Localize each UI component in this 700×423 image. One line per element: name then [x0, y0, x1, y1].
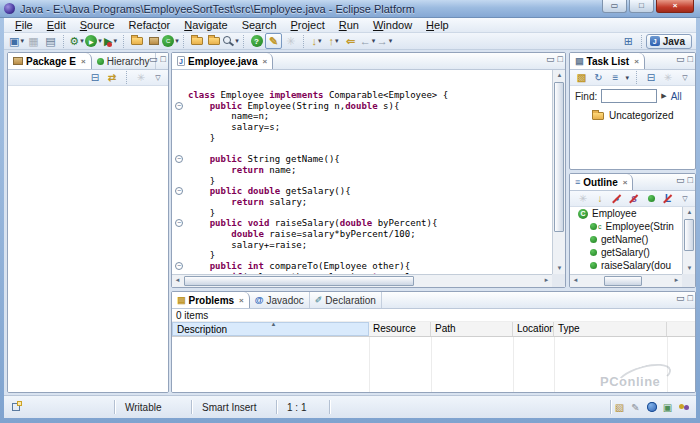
- minimize-button[interactable]: ▭: [602, 0, 627, 13]
- java-perspective-button[interactable]: J Java: [646, 34, 692, 49]
- scroll-right-icon[interactable]: ►: [541, 275, 552, 286]
- tray-box-icon[interactable]: ▧: [613, 401, 626, 414]
- focus-icon[interactable]: ✳: [576, 192, 590, 206]
- minimize-view-icon[interactable]: ▭: [676, 175, 685, 185]
- minimize-view-icon[interactable]: ▭: [676, 54, 685, 64]
- maximize-view-icon[interactable]: □: [688, 293, 693, 303]
- tab-javadoc[interactable]: @ Javadoc: [250, 292, 310, 308]
- close-icon[interactable]: ×: [634, 57, 639, 66]
- synchronize-icon[interactable]: ↻: [591, 71, 605, 85]
- menu-refactor[interactable]: Refactor: [122, 18, 178, 33]
- sort-icon[interactable]: ↓: [593, 192, 607, 206]
- view-menu-icon[interactable]: ▽: [151, 71, 165, 85]
- expander-icon[interactable]: ▶: [661, 92, 666, 100]
- menu-navigate[interactable]: Navigate: [177, 18, 234, 33]
- hide-static-icon[interactable]: s: [627, 192, 641, 206]
- column-header-location[interactable]: Location: [513, 322, 554, 336]
- column-header-description[interactable]: Description▲: [172, 322, 369, 336]
- all-filter-link[interactable]: All: [671, 91, 682, 102]
- link-with-editor-icon[interactable]: ⇄: [105, 71, 119, 85]
- tab-outline[interactable]: ≡ Outline ×: [570, 174, 633, 190]
- fold-marker[interactable]: −: [175, 102, 183, 110]
- scroll-up-icon[interactable]: ▲: [683, 207, 696, 218]
- scroll-down-icon[interactable]: ▼: [683, 263, 696, 274]
- save-button[interactable]: ▦: [25, 33, 42, 49]
- column-header-type[interactable]: Type: [554, 322, 667, 336]
- fast-view-icon[interactable]: [12, 403, 20, 411]
- find-input[interactable]: [601, 89, 657, 103]
- package-explorer-tree[interactable]: [8, 86, 168, 392]
- code-area[interactable]: class Employee implements Comparable<Emp…: [188, 90, 551, 274]
- close-icon[interactable]: ×: [239, 296, 244, 305]
- hide-non-public-icon[interactable]: [644, 192, 658, 206]
- outline-member-row[interactable]: raiseSalary(dou: [570, 259, 682, 272]
- tab-employee-java[interactable]: J Employee.java ×: [172, 53, 273, 69]
- filters-icon[interactable]: ✳: [661, 71, 675, 85]
- external-tools-button[interactable]: ▶▾: [102, 33, 119, 49]
- back-button[interactable]: ←▾: [359, 33, 376, 49]
- new-wizard-button[interactable]: ▣▾: [8, 33, 25, 49]
- menu-window[interactable]: Window: [366, 18, 419, 33]
- outline-member-row[interactable]: getName(): [570, 233, 682, 246]
- maximize-view-icon[interactable]: □: [688, 175, 693, 185]
- outline-member-row[interactable]: c Employee(Strin: [570, 220, 682, 233]
- column-header-path[interactable]: Path: [431, 322, 513, 336]
- view-menu-icon[interactable]: ▽: [678, 192, 692, 206]
- tab-declaration[interactable]: ✐ Declaration: [310, 292, 382, 308]
- scrollbar-thumb[interactable]: [684, 219, 694, 251]
- tab-problems[interactable]: ▤ Problems ×: [172, 292, 250, 308]
- outline-vertical-scrollbar[interactable]: ▲ ▼: [682, 207, 695, 274]
- menu-run[interactable]: Run: [332, 18, 366, 33]
- outline-class-row[interactable]: C Employee: [570, 207, 682, 220]
- scroll-left-icon[interactable]: ◄: [172, 275, 183, 286]
- last-edit-location-button[interactable]: ⇐: [342, 33, 359, 49]
- menu-project[interactable]: Project: [284, 18, 332, 33]
- task-category-row[interactable]: Uncategorized: [570, 106, 695, 121]
- minimize-view-icon[interactable]: ▭: [676, 293, 685, 303]
- next-annotation-button[interactable]: ↓▾: [308, 33, 325, 49]
- maximize-view-icon[interactable]: □: [161, 54, 166, 64]
- minimize-view-icon[interactable]: ▭: [546, 54, 555, 64]
- open-type-button[interactable]: [188, 33, 205, 49]
- close-icon[interactable]: ×: [623, 178, 628, 187]
- menu-file[interactable]: File: [8, 18, 40, 33]
- scrollbar-thumb[interactable]: [604, 276, 642, 286]
- menu-search[interactable]: Search: [235, 18, 284, 33]
- fold-marker[interactable]: −: [175, 219, 183, 227]
- close-button[interactable]: ×: [656, 0, 694, 13]
- scroll-up-icon[interactable]: ▲: [553, 70, 566, 81]
- tray-image-icon[interactable]: ▣: [661, 401, 674, 414]
- fold-marker[interactable]: −: [175, 262, 183, 270]
- problems-table-body[interactable]: [172, 337, 695, 393]
- categorized-view-icon[interactable]: ≡: [608, 71, 622, 85]
- tray-bulbs-icon[interactable]: [677, 401, 690, 414]
- hide-fields-icon[interactable]: ●: [610, 192, 624, 206]
- scroll-left-icon[interactable]: ◄: [570, 275, 581, 286]
- close-icon[interactable]: ×: [81, 57, 86, 66]
- hide-local-types-icon[interactable]: L: [661, 192, 675, 206]
- scrollbar-thumb[interactable]: [184, 276, 414, 286]
- help-button[interactable]: ?: [248, 33, 265, 49]
- new-package-button[interactable]: [145, 33, 162, 49]
- editor-horizontal-scrollbar[interactable]: ◄ ►: [172, 274, 552, 287]
- view-menu-icon[interactable]: ▽: [678, 71, 692, 85]
- outline-horizontal-scrollbar[interactable]: ◄ ►: [570, 274, 682, 287]
- tab-package-explorer[interactable]: Package E ×: [8, 53, 92, 69]
- outline-member-row[interactable]: getSalary(): [570, 246, 682, 259]
- open-resource-button[interactable]: [205, 33, 222, 49]
- new-class-button[interactable]: C▾: [162, 33, 179, 49]
- forward-button[interactable]: →▾: [376, 33, 393, 49]
- annotation-filter-button[interactable]: ✳: [282, 33, 299, 49]
- filters-icon[interactable]: ✳: [134, 71, 148, 85]
- scroll-right-icon[interactable]: ►: [671, 275, 682, 286]
- new-task-icon[interactable]: ▧: [574, 71, 588, 85]
- menu-help[interactable]: Help: [419, 18, 456, 33]
- maximize-view-icon[interactable]: □: [688, 54, 693, 64]
- print-button[interactable]: ▤: [42, 33, 59, 49]
- minimize-view-icon[interactable]: ▭: [149, 54, 158, 64]
- column-header-resource[interactable]: Resource: [369, 322, 431, 336]
- menu-source[interactable]: Source: [73, 18, 122, 33]
- scrollbar-thumb[interactable]: [554, 82, 564, 232]
- tab-task-list[interactable]: ▤ Task List ×: [570, 53, 645, 69]
- run-button[interactable]: ▶▾: [85, 33, 102, 49]
